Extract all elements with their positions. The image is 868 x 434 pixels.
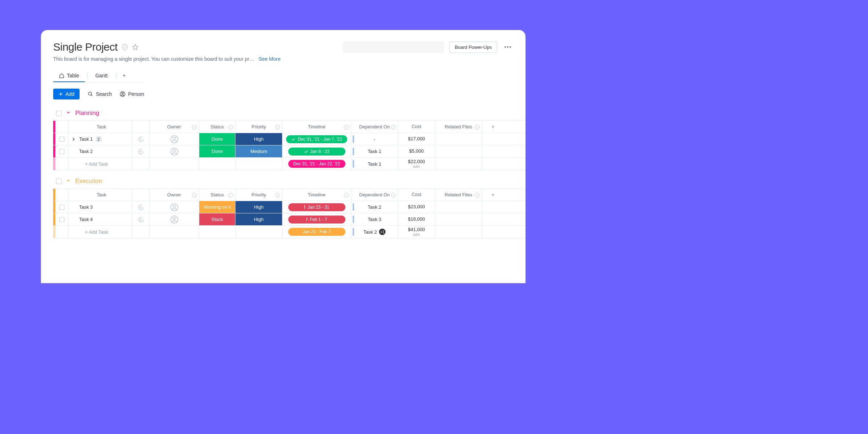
group-checkbox[interactable] — [56, 179, 61, 184]
timeline-cell[interactable]: Jan 8 - 22 — [282, 145, 351, 157]
col-files[interactable]: Related Filesi — [435, 189, 482, 201]
col-timeline[interactable]: Timelinei — [282, 121, 351, 133]
dependent-cell[interactable]: Task 3 — [351, 213, 398, 225]
cost-cell[interactable]: $5,000 — [398, 145, 435, 157]
files-cell[interactable] — [435, 213, 482, 225]
cost-cell[interactable]: $17,000 — [398, 133, 435, 145]
col-cost[interactable]: Cost — [398, 121, 435, 133]
chat-cell[interactable] — [132, 145, 149, 157]
owner-cell[interactable] — [149, 133, 199, 145]
col-task[interactable]: Task — [68, 189, 132, 201]
chat-add-icon[interactable] — [137, 136, 144, 143]
chat-cell[interactable] — [132, 133, 149, 145]
collapse-group-icon[interactable] — [66, 178, 71, 184]
collapse-group-icon[interactable] — [66, 110, 71, 116]
chat-cell[interactable] — [132, 201, 149, 213]
col-status[interactable]: Statusi — [199, 189, 235, 201]
dependent-cell[interactable]: - — [351, 133, 398, 145]
tab-table[interactable]: Table — [53, 69, 85, 82]
row-checkbox[interactable] — [55, 201, 68, 213]
star-icon[interactable] — [132, 44, 139, 50]
priority-cell[interactable]: Medium — [235, 145, 282, 157]
chat-add-icon[interactable] — [137, 148, 144, 155]
owner-placeholder-icon[interactable] — [170, 203, 179, 212]
add-column-button[interactable]: + — [482, 189, 504, 201]
col-priority[interactable]: Priorityi — [235, 189, 282, 201]
chat-cell[interactable] — [132, 213, 149, 225]
row-checkbox[interactable] — [55, 145, 68, 157]
col-files[interactable]: Related Filesi — [435, 121, 482, 133]
owner-cell[interactable] — [149, 201, 199, 213]
col-status[interactable]: Statusi — [199, 121, 235, 133]
dependent-cell[interactable]: Task 2 — [351, 201, 398, 213]
timeline-cell[interactable]: !Feb 1 - 7 — [282, 213, 351, 225]
files-cell[interactable] — [435, 145, 482, 157]
dependent-more-badge[interactable]: +1 — [379, 229, 386, 235]
owner-cell[interactable] — [149, 213, 199, 225]
cost-cell[interactable]: $18,000 — [398, 213, 435, 225]
status-cell[interactable]: Stuck — [199, 213, 235, 225]
row-checkbox[interactable] — [55, 133, 68, 145]
see-more-link[interactable]: See More — [259, 56, 281, 62]
info-icon[interactable]: i — [391, 192, 396, 198]
group-title[interactable]: Planning — [75, 110, 99, 117]
add-task-button[interactable]: + Add Task — [68, 226, 132, 238]
priority-cell[interactable]: High — [235, 213, 282, 225]
col-dependent[interactable]: Dependent Oni — [351, 121, 398, 133]
priority-cell[interactable]: High — [235, 201, 282, 213]
task-name-cell[interactable]: Task 12 — [68, 133, 132, 145]
col-owner[interactable]: Owneri — [149, 189, 199, 201]
col-cost[interactable]: Cost — [398, 189, 435, 201]
row-checkbox[interactable] — [55, 213, 68, 225]
board-powerups-button[interactable]: Board Power-Ups — [449, 42, 497, 53]
more-menu-icon[interactable] — [502, 44, 513, 50]
cost-cell[interactable]: $23,000 — [398, 201, 435, 213]
tab-gantt[interactable]: Gantt — [89, 69, 113, 82]
info-icon[interactable]: i — [275, 124, 280, 130]
info-icon[interactable]: i — [192, 192, 197, 198]
owner-placeholder-icon[interactable] — [170, 135, 179, 144]
task-name-cell[interactable]: Task 2 — [68, 145, 132, 157]
info-icon[interactable]: i — [344, 124, 349, 130]
person-tool[interactable]: Person — [120, 91, 144, 97]
status-cell[interactable]: Done — [199, 133, 235, 145]
add-column-button[interactable]: + — [482, 121, 504, 133]
info-icon[interactable]: i — [192, 124, 197, 130]
col-dependent[interactable]: Dependent Oni — [351, 189, 398, 201]
info-icon[interactable]: i — [228, 124, 233, 130]
info-icon[interactable]: i — [475, 124, 480, 130]
add-button[interactable]: Add — [53, 89, 80, 99]
col-owner[interactable]: Owneri — [149, 121, 199, 133]
info-icon[interactable]: i — [275, 192, 280, 198]
files-cell[interactable] — [435, 201, 482, 213]
add-view-button[interactable]: + — [118, 69, 130, 82]
info-icon[interactable]: i — [391, 124, 396, 130]
search-tool[interactable]: Search — [88, 91, 112, 97]
add-task-button[interactable]: + Add Task — [68, 158, 132, 170]
chat-add-icon[interactable] — [137, 204, 144, 211]
info-icon[interactable]: i — [344, 192, 349, 198]
info-icon[interactable]: i — [475, 192, 480, 198]
files-cell[interactable] — [435, 133, 482, 145]
timeline-cell[interactable]: Dec 31, '21 - Jan 7, '22 — [282, 133, 351, 145]
info-icon[interactable]: i — [122, 44, 128, 50]
status-cell[interactable]: Working on it — [199, 201, 235, 213]
group-table: Task Owneri Statusi Priorityi Timelinei … — [53, 120, 526, 170]
group-title[interactable]: Execution — [75, 178, 102, 185]
col-priority[interactable]: Priorityi — [235, 121, 282, 133]
owner-placeholder-icon[interactable] — [170, 215, 179, 224]
priority-cell[interactable]: High — [235, 133, 282, 145]
task-name-cell[interactable]: Task 3 — [68, 201, 132, 213]
info-icon[interactable]: i — [228, 192, 233, 198]
expand-subitems-icon[interactable] — [71, 137, 76, 141]
status-cell[interactable]: Done — [199, 145, 235, 157]
chat-add-icon[interactable] — [137, 216, 144, 223]
group-checkbox[interactable] — [56, 111, 61, 116]
owner-placeholder-icon[interactable] — [170, 147, 179, 156]
timeline-cell[interactable]: !Jan 23 - 31 — [282, 201, 351, 213]
dependent-cell[interactable]: Task 1 — [351, 145, 398, 157]
col-task[interactable]: Task — [68, 121, 132, 133]
col-timeline[interactable]: Timelinei — [282, 189, 351, 201]
owner-cell[interactable] — [149, 145, 199, 157]
task-name-cell[interactable]: Task 4 — [68, 213, 132, 225]
